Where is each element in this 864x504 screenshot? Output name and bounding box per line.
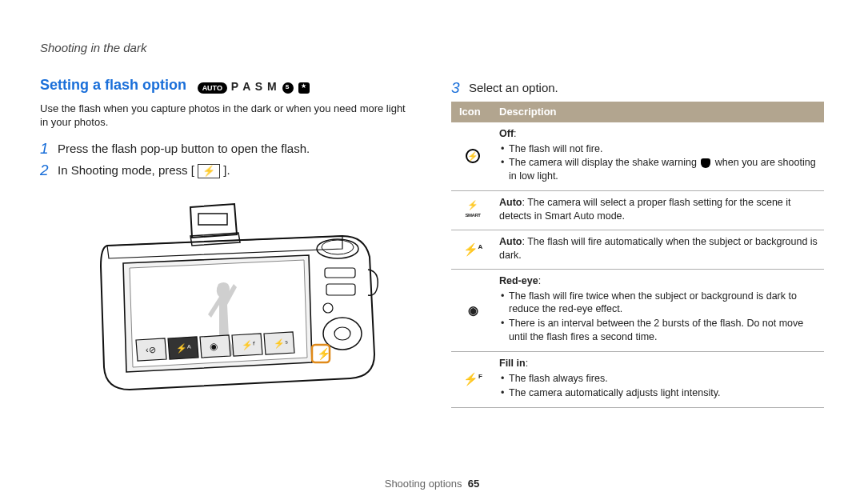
breadcrumb-header: Shooting in the dark: [40, 40, 824, 56]
svg-point-9: [334, 327, 350, 340]
section-intro-text: Use the flash when you capture photos in…: [40, 102, 413, 130]
fillin-bullet-2: The camera automatically adjusts light i…: [499, 386, 819, 400]
mode-magic-icon: [298, 82, 310, 94]
page-footer: Shooting options 65: [0, 477, 864, 491]
svg-text:⚡: ⚡: [317, 347, 331, 361]
redeye-bullet-1: The flash will fire twice when the subje…: [499, 290, 819, 317]
desc-auto: Auto: The flash will fire automatically …: [494, 230, 824, 269]
step-2: 2 In Shooting mode, press [ ⚡ ].: [40, 162, 413, 179]
icon-smart-auto: ⚡SMART: [451, 191, 494, 230]
icon-fill-in: ⚡F: [451, 352, 494, 408]
row-off: ⚡ Off: The flash will not fire. The came…: [451, 122, 824, 191]
row-auto: ⚡A Auto: The flash will fire automatical…: [451, 230, 824, 269]
auto-label: Auto: [499, 236, 522, 247]
left-column: Setting a flash option AUTO P A S M Use …: [40, 75, 413, 407]
th-description: Description: [494, 102, 824, 122]
icon-off: ⚡: [451, 122, 494, 191]
icon-auto: ⚡A: [451, 230, 494, 269]
shake-warning-icon: [701, 158, 710, 168]
svg-rect-0: [198, 214, 227, 225]
svg-point-14: [323, 303, 333, 313]
desc-off: Off: The flash will not fire. The camera…: [494, 122, 824, 191]
step-2-text-a: In Shooting mode, press [: [58, 163, 194, 177]
flash-button-icon: ⚡: [198, 164, 220, 178]
svg-point-2: [322, 240, 354, 254]
svg-rect-12: [325, 268, 355, 278]
step-2-text-b: ].: [223, 163, 230, 177]
flash-options-table: Icon Description ⚡ Off: The flash will n…: [451, 102, 824, 408]
desc-smart-auto: Auto: The camera will select a proper fl…: [494, 191, 824, 230]
camera-illustration: ‹⊘ ⚡ᴬ ◉ ⚡ᶠ ⚡ˢ ⚡: [40, 190, 413, 406]
fillin-title: Fill in: [499, 358, 526, 369]
svg-text:‹⊘: ‹⊘: [146, 345, 156, 354]
icon-red-eye: ◉: [451, 269, 494, 351]
svg-rect-13: [326, 284, 355, 295]
desc-red-eye: Red-eye: The flash will fire twice when …: [494, 269, 824, 351]
two-column-layout: Setting a flash option AUTO P A S M Use …: [40, 75, 824, 407]
section-heading-row: Setting a flash option AUTO P A S M: [40, 75, 413, 94]
section-title: Setting a flash option: [40, 75, 186, 94]
step-3: 3 Select an option.: [451, 80, 824, 97]
row-fill-in: ⚡F Fill in: The flash always fires. The …: [451, 352, 824, 408]
step-2-number: 2: [40, 162, 58, 179]
row-red-eye: ◉ Red-eye: The flash will fire twice whe…: [451, 269, 824, 351]
step-1-number: 1: [40, 141, 58, 158]
off-bullet-1: The flash will not fire.: [499, 142, 819, 156]
redeye-title: Red-eye: [499, 275, 538, 286]
footer-page-number: 65: [468, 478, 479, 490]
step-3-text: Select an option.: [469, 80, 558, 96]
mode-icon-group: AUTO P A S M: [198, 79, 310, 94]
footer-section: Shooting options: [385, 478, 462, 490]
off-bullet-2: The camera will display the shake warnin…: [499, 156, 819, 183]
th-icon: Icon: [451, 102, 494, 122]
svg-text:◉: ◉: [210, 341, 218, 352]
step-2-text: In Shooting mode, press [ ⚡ ].: [58, 162, 230, 178]
mode-pasm-text: P A S M: [231, 80, 278, 93]
step-1: 1 Press the flash pop-up button to open …: [40, 141, 413, 158]
fillin-bullet-1: The flash always fires.: [499, 372, 819, 386]
redeye-bullet-2: There is an interval between the 2 burst…: [499, 317, 819, 344]
svg-text:⚡ᶠ: ⚡ᶠ: [242, 339, 255, 350]
right-column: 3 Select an option. Icon Description ⚡ O…: [451, 75, 824, 407]
mode-scene-icon: [282, 82, 294, 94]
smart-label: Auto: [499, 197, 522, 208]
auto-text: : The flash will fire automatically when…: [499, 236, 818, 261]
step-3-number: 3: [451, 80, 469, 97]
off-title: Off: [499, 128, 514, 139]
camera-svg: ‹⊘ ⚡ᴬ ◉ ⚡ᶠ ⚡ˢ ⚡: [70, 190, 382, 406]
desc-fill-in: Fill in: The flash always fires. The cam…: [494, 352, 824, 408]
mode-auto-icon: AUTO: [198, 82, 227, 94]
svg-text:⚡ᴬ: ⚡ᴬ: [176, 342, 191, 354]
row-smart-auto: ⚡SMART Auto: The camera will select a pr…: [451, 191, 824, 230]
svg-text:⚡ˢ: ⚡ˢ: [274, 338, 288, 349]
step-1-text: Press the flash pop-up button to open th…: [58, 141, 310, 157]
off-b2a: The camera will display the shake warnin…: [509, 157, 699, 168]
smart-text: : The camera will select a proper flash …: [499, 197, 791, 222]
